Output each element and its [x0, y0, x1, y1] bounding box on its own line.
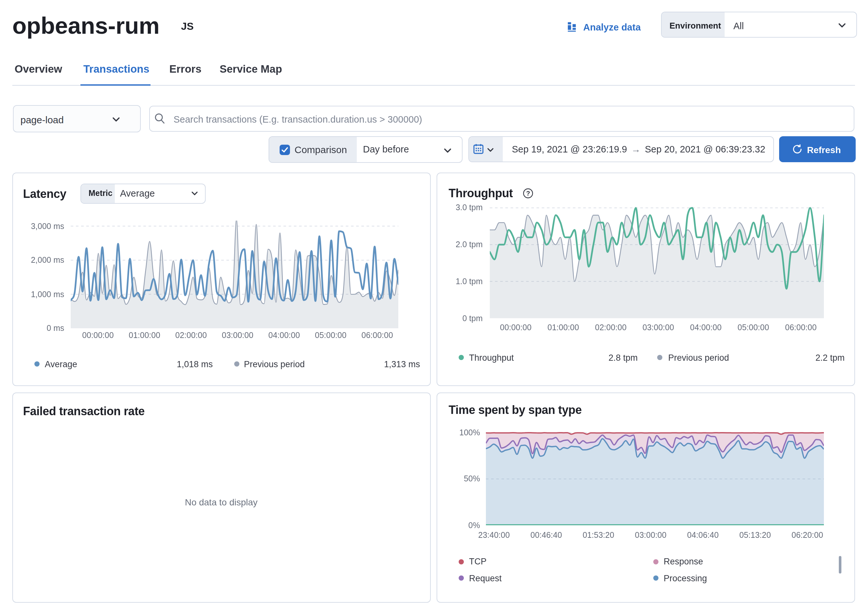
svg-text:?: ? [526, 189, 530, 197]
